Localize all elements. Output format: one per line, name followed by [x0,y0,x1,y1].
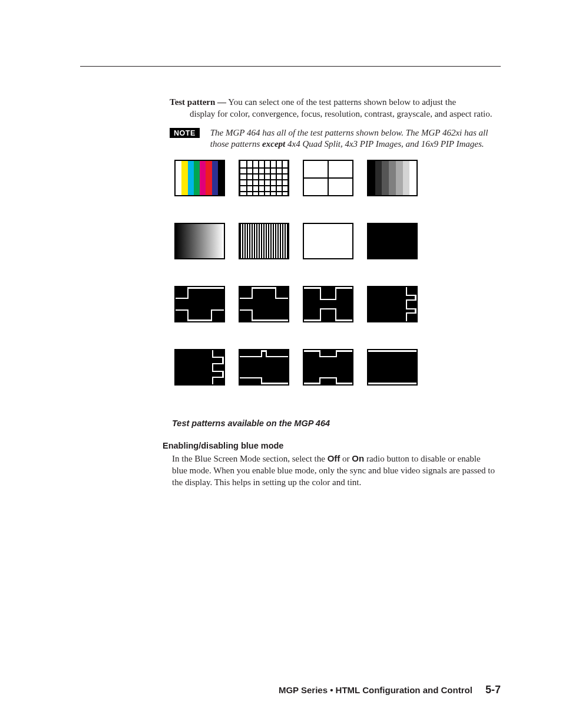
blue-off: Off [328,453,340,463]
page-content: Test pattern — You can select one of the… [170,97,501,489]
pattern-crosshatch [239,160,289,196]
pattern-4x3-pip-a [174,286,225,322]
test-pattern-label: Test pattern — [170,97,226,107]
pattern-ramp [174,223,225,259]
note-line2a: those patterns [210,139,262,149]
footer-page-number: 5-7 [485,684,501,696]
pattern-4x3-pip-d [367,286,418,322]
note-line2b: 4x4 Quad Split, 4x3 PIP Images, and 16x9… [285,139,484,149]
pattern-4x3-pip-b [239,286,289,322]
pattern-4x3-pip-c [303,286,353,322]
pattern-alt-pixels [239,223,289,259]
page-footer: MGP Series • HTML Configuration and Cont… [279,684,501,696]
pattern-16x9-pip-a [174,349,225,386]
blue-mid: or [340,454,352,463]
blue-mode-subhead: Enabling/disabling blue mode [163,441,501,450]
pattern-color-bars [174,160,225,196]
note-row: NOTE The MGP 464 has all of the test pat… [170,127,501,151]
pattern-16x9-pip-c [303,349,353,386]
pattern-16x9-pip-d [367,349,418,386]
blue-pre: In the Blue Screen Mode section, select … [172,454,328,463]
note-except: except [262,139,285,149]
pattern-grayscale [367,160,418,196]
patterns-caption: Test patterns available on the MGP 464 [172,419,501,428]
note-badge: NOTE [170,128,200,138]
test-pattern-paragraph: Test pattern — You can select one of the… [170,97,501,120]
test-pattern-grid [174,160,418,386]
test-pattern-rest: display for color, convergence, focus, r… [170,108,501,120]
pattern-black-field [367,223,418,259]
pattern-quad-split [303,160,353,196]
pattern-white-field [303,223,353,259]
test-pattern-lead: You can select one of the test patterns … [226,97,456,107]
note-text: The MGP 464 has all of the test patterns… [210,127,501,151]
pattern-16x9-pip-b [239,349,289,386]
note-line1: The MGP 464 has all of the test patterns… [210,128,488,137]
blue-on: On [352,453,364,463]
header-rule [80,66,501,67]
blue-mode-paragraph: In the Blue Screen Mode section, select … [172,453,495,488]
footer-text: MGP Series • HTML Configuration and Cont… [279,685,472,695]
